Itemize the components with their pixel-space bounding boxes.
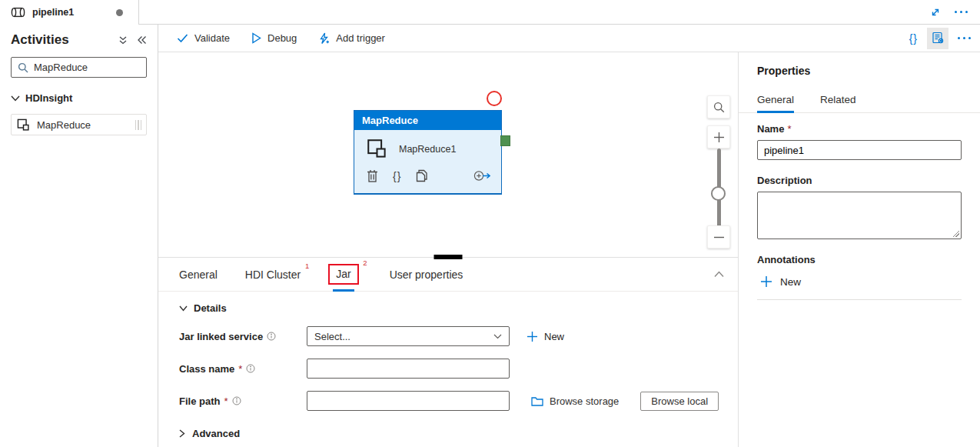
search-input[interactable] [34, 62, 140, 73]
more-options-icon[interactable] [955, 11, 968, 13]
properties-panel: Properties General Related Name * Descri… [738, 52, 980, 447]
panel-resize-handle[interactable] [434, 255, 463, 259]
content-row: MapReduce MapReduce1 [158, 52, 980, 447]
zoom-slider-handle[interactable] [711, 186, 726, 201]
node-name-label: MapReduce1 [399, 144, 456, 155]
jar-tab-highlight-box: Jar [328, 264, 358, 285]
jar-error-badge: 2 [363, 259, 367, 267]
activity-config-panel: General HDI Cluster 1 Jar 2 [158, 257, 738, 447]
debug-button[interactable]: Debug [251, 32, 297, 44]
properties-title: Properties [757, 65, 962, 77]
new-annotation-button[interactable]: New [757, 275, 962, 288]
class-name-input[interactable] [307, 359, 510, 379]
jar-linked-service-select[interactable]: Select... [307, 326, 510, 346]
validation-error-marker [487, 91, 502, 106]
body: Activities [0, 25, 980, 447]
expand-window-icon[interactable] [930, 7, 941, 18]
clone-node-icon[interactable] [416, 169, 428, 182]
mapreduce-node-icon [367, 138, 387, 159]
properties-tab-related[interactable]: Related [820, 94, 856, 112]
add-trigger-label: Add trigger [336, 32, 385, 44]
annotations-label: Annotations [757, 254, 962, 265]
hdi-cluster-error-badge: 1 [305, 262, 309, 270]
browse-storage-button[interactable]: Browse storage [531, 395, 619, 407]
pipeline-name-input[interactable] [757, 140, 962, 160]
code-view-icon[interactable]: {} [909, 32, 918, 45]
trigger-lightning-icon [318, 32, 330, 45]
chevron-down-icon [11, 95, 20, 102]
node-header[interactable]: MapReduce [354, 111, 501, 130]
validate-button[interactable]: Validate [177, 32, 230, 44]
zoom-out-button[interactable] [707, 225, 730, 249]
add-trigger-button[interactable]: Add trigger [318, 32, 385, 45]
sidebar-section-hdinsight[interactable]: HDInsight [11, 92, 147, 104]
annotations-divider [757, 299, 962, 300]
collapse-all-icon[interactable] [118, 35, 128, 45]
node-output-connector[interactable] [500, 135, 510, 146]
zoom-to-fit-button[interactable] [707, 95, 730, 118]
mapreduce-icon [17, 118, 30, 132]
pipeline-icon [11, 7, 25, 18]
active-tab-underline [333, 289, 354, 292]
info-icon [267, 332, 276, 341]
jar-linked-service-label: Jar linked service [179, 331, 307, 342]
class-name-label: Class name * [179, 363, 307, 375]
name-label: Name * [757, 123, 962, 135]
zoom-in-button[interactable] [707, 125, 730, 148]
activities-title: Activities [11, 32, 69, 48]
debug-label: Debug [267, 32, 297, 44]
jar-tab-content: Details Jar linked service [158, 292, 738, 439]
app-root: pipeline1 Activities [0, 0, 980, 447]
main-column: Validate Debug [158, 25, 980, 447]
drag-handle-icon [135, 120, 142, 130]
tab-general[interactable]: General [179, 269, 218, 281]
properties-tab-general[interactable]: General [757, 94, 794, 112]
chevron-down-icon [493, 334, 502, 339]
activities-sidebar: Activities [0, 25, 158, 447]
advanced-section-toggle[interactable]: Advanced [179, 428, 738, 439]
tab-hdi-cluster[interactable]: HDI Cluster 1 [245, 269, 301, 281]
collapse-panel-icon[interactable] [714, 271, 724, 278]
check-icon [177, 33, 188, 43]
tab-title: pipeline1 [32, 7, 74, 18]
config-tabs: General HDI Cluster 1 Jar 2 [158, 258, 738, 292]
pipeline-description-textarea[interactable] [757, 192, 962, 239]
tab-jar[interactable]: Jar 2 [328, 264, 358, 285]
topbar-actions [930, 0, 980, 24]
play-icon [251, 32, 261, 44]
delete-node-icon[interactable] [367, 169, 378, 182]
mapreduce-activity-node[interactable]: MapReduce MapReduce1 [354, 110, 502, 195]
tab-user-properties[interactable]: User properties [390, 269, 463, 281]
file-path-input[interactable] [307, 391, 510, 411]
pipeline-tab[interactable]: pipeline1 [0, 0, 139, 25]
document-tab-bar: pipeline1 [0, 0, 980, 25]
validate-label: Validate [194, 32, 230, 44]
folder-icon [531, 396, 543, 406]
file-path-label: File path * [179, 395, 307, 407]
section-label: HDInsight [25, 92, 72, 104]
pipeline-canvas[interactable]: MapReduce MapReduce1 [158, 52, 738, 257]
browse-local-button[interactable]: Browse local [640, 392, 719, 411]
search-icon [18, 62, 28, 73]
info-icon [232, 396, 241, 405]
node-code-icon[interactable]: {} [393, 170, 401, 182]
details-section-toggle[interactable]: Details [179, 302, 738, 314]
command-bar: Validate Debug [158, 25, 980, 52]
properties-tabs: General Related [739, 94, 980, 113]
properties-toggle-button[interactable] [927, 28, 948, 49]
description-label: Description [757, 175, 962, 186]
info-icon [246, 364, 255, 373]
activity-item-mapreduce[interactable]: MapReduce [11, 114, 147, 135]
center-column: MapReduce MapReduce1 [158, 52, 738, 447]
activities-search[interactable] [11, 57, 147, 78]
unsaved-changes-indicator [116, 9, 123, 16]
activity-item-label: MapReduce [37, 119, 91, 131]
add-output-icon[interactable] [473, 170, 490, 182]
more-commands-icon[interactable] [958, 37, 971, 39]
collapse-sidebar-icon[interactable] [137, 35, 147, 45]
new-linked-service-button[interactable]: New [527, 331, 564, 342]
